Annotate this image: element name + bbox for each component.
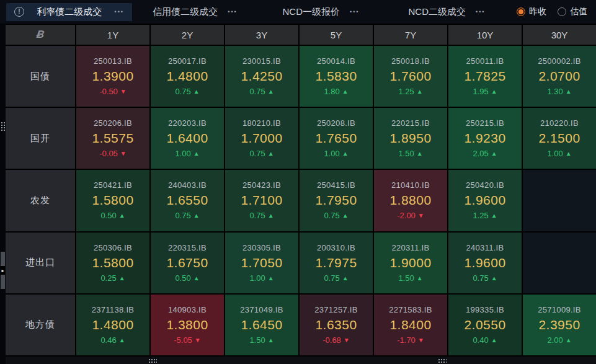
change-value: 1.50 bbox=[398, 273, 414, 283]
bond-yield: 2.3950 bbox=[538, 317, 580, 332]
bond-yield: 2.1500 bbox=[538, 131, 580, 146]
up-arrow-icon: ▲ bbox=[268, 88, 274, 95]
bond-cell[interactable]: 180210.IB1.70000.75▲ bbox=[225, 108, 298, 169]
change-value: 0.40 bbox=[473, 335, 488, 345]
bond-code: 220203.IB bbox=[168, 118, 207, 128]
bond-cell[interactable]: 250423.IB1.71000.75▲ bbox=[225, 170, 298, 231]
bond-cell[interactable]: 240311.IB1.96000.75▲ bbox=[448, 233, 522, 293]
change-value: 0.46 bbox=[100, 335, 116, 345]
bond-cell[interactable]: 250011.IB1.78251.95▲ bbox=[448, 46, 522, 107]
bond-code: 2271583.IB bbox=[389, 305, 432, 314]
change-value: -0.50 bbox=[99, 87, 118, 96]
up-arrow-icon: ▲ bbox=[193, 150, 200, 157]
tab-credit-bond-trades[interactable]: 信用债二级成交 ••• bbox=[132, 3, 258, 21]
bond-change: 0.75▲ bbox=[324, 211, 348, 220]
bond-code: 250208.IB bbox=[317, 118, 355, 128]
bond-code: 250013.IB bbox=[94, 56, 132, 66]
tab-label: NCD一级报价 bbox=[283, 6, 340, 18]
bond-change: -2.00▼ bbox=[397, 211, 424, 220]
bond-cell[interactable]: 140903.IB1.3800-5.05▼ bbox=[151, 295, 224, 355]
bond-cell[interactable]: 230305.IB1.70501.00▲ bbox=[225, 233, 298, 293]
bond-change: 0.50▲ bbox=[175, 273, 199, 283]
bond-change: 1.00▲ bbox=[547, 149, 571, 158]
up-arrow-icon: ▲ bbox=[491, 275, 497, 282]
bond-yield: 1.8950 bbox=[389, 131, 431, 146]
bond-cell[interactable]: 220215.IB1.89501.50▲ bbox=[374, 108, 447, 169]
bond-code: 2371257.IB bbox=[314, 305, 358, 314]
bond-change: 2.05▲ bbox=[473, 149, 497, 158]
change-value: 0.75 bbox=[249, 211, 265, 220]
bond-code: 210410.IB bbox=[391, 180, 430, 190]
splitter-grip[interactable] bbox=[1, 122, 5, 132]
row-label: 进出口 bbox=[6, 233, 75, 293]
up-arrow-icon: ▲ bbox=[417, 150, 423, 157]
bond-change: 0.75▲ bbox=[249, 211, 274, 220]
bond-cell[interactable]: 199335.IB2.05500.40▲ bbox=[448, 295, 522, 355]
bond-cell[interactable]: 250013.IB1.3900-0.50▼ bbox=[76, 46, 149, 107]
up-arrow-icon: ▲ bbox=[417, 88, 423, 95]
bond-cell[interactable]: 240403.IB1.65500.75▲ bbox=[151, 170, 224, 231]
bond-cell[interactable]: 220315.IB1.67500.50▲ bbox=[151, 233, 224, 293]
more-menu-icon[interactable]: ••• bbox=[115, 9, 124, 15]
bond-code: 210220.IB bbox=[540, 118, 579, 128]
bond-cell[interactable]: 250215.IB1.92302.05▲ bbox=[448, 108, 522, 169]
tab-ncd-secondary-trades[interactable]: NCD二级成交 ••• bbox=[384, 3, 510, 21]
bond-cell[interactable]: 2500002.IB2.07001.30▲ bbox=[523, 46, 596, 107]
bond-change: 0.75▲ bbox=[249, 149, 274, 158]
bond-code: 250011.IB bbox=[466, 56, 504, 66]
radio-prev-close[interactable]: 昨收 bbox=[517, 6, 546, 17]
change-value: 1.50 bbox=[398, 149, 414, 158]
bond-yield: 1.6350 bbox=[315, 317, 357, 332]
splitter-grip[interactable] bbox=[148, 358, 157, 363]
bond-cell[interactable]: 230015.IB1.42500.75▲ bbox=[225, 46, 298, 107]
bond-yield: 1.7950 bbox=[315, 193, 357, 208]
info-icon[interactable]: ! bbox=[14, 7, 24, 17]
tab-rate-bond-trades[interactable]: ! 利率债二级成交 ••• bbox=[6, 3, 132, 21]
bond-cell[interactable]: 250206.IB1.5575-0.05▼ bbox=[76, 108, 149, 169]
change-value: 0.75 bbox=[175, 87, 190, 96]
bond-cell[interactable]: 250018.IB1.76001.25▲ bbox=[374, 46, 447, 107]
bond-cell[interactable]: 250421.IB1.58000.50▲ bbox=[76, 170, 149, 231]
panel-scrollbar-thumb[interactable]: ▸ bbox=[1, 252, 5, 289]
bond-cell[interactable]: 2271583.IB1.8400-1.70▼ bbox=[374, 295, 447, 355]
bond-change: 2.00▲ bbox=[547, 335, 571, 345]
bond-yield: 1.3900 bbox=[92, 69, 133, 84]
bond-cell[interactable]: 200310.IB1.79750.75▲ bbox=[300, 233, 373, 293]
bond-change: 0.25▲ bbox=[100, 273, 125, 283]
more-menu-icon[interactable]: ••• bbox=[228, 9, 237, 15]
change-value: 1.50 bbox=[249, 335, 265, 345]
expand-panel-icon[interactable]: ▸ bbox=[1, 266, 5, 275]
bond-cell[interactable]: 250208.IB1.76501.00▲ bbox=[300, 108, 373, 169]
change-value: 0.75 bbox=[324, 273, 339, 283]
radio-valuation[interactable]: 估值 bbox=[558, 6, 587, 17]
bond-cell[interactable]: 2371049.IB1.64501.50▲ bbox=[225, 295, 298, 355]
splitter-grip[interactable] bbox=[438, 358, 447, 363]
bond-change: 0.50▲ bbox=[100, 211, 125, 220]
bond-cell[interactable]: 210410.IB1.8800-2.00▼ bbox=[374, 170, 447, 231]
bond-yield: 1.4800 bbox=[92, 317, 133, 332]
bond-change: 0.75▲ bbox=[175, 87, 199, 96]
tab-label: 利率债二级成交 bbox=[37, 6, 102, 18]
bond-cell[interactable]: 2571009.IB2.39502.00▲ bbox=[523, 295, 596, 355]
bond-cell[interactable]: 250415.IB1.79500.75▲ bbox=[300, 170, 373, 231]
bond-cell[interactable]: 250306.IB1.58000.25▲ bbox=[76, 233, 149, 293]
bond-cell[interactable]: 220203.IB1.64001.00▲ bbox=[151, 108, 224, 169]
bond-cell[interactable]: 2371257.IB1.6350-0.68▼ bbox=[300, 295, 373, 355]
bond-cell[interactable]: 210220.IB2.15001.00▲ bbox=[523, 108, 596, 169]
column-header-1y: 1Y bbox=[76, 25, 149, 45]
more-menu-icon[interactable]: ••• bbox=[350, 9, 359, 15]
trading-terminal: ! 利率债二级成交 ••• 信用债二级成交 ••• NCD一级报价 ••• NC… bbox=[0, 0, 596, 364]
change-value: 1.00 bbox=[324, 149, 339, 158]
tab-ncd-primary-quotes[interactable]: NCD一级报价 ••• bbox=[258, 3, 384, 21]
bond-code: 250423.IB bbox=[242, 180, 281, 190]
change-value: -5.05 bbox=[174, 335, 192, 345]
bond-yield: 1.6750 bbox=[166, 255, 208, 270]
bond-cell[interactable]: 250420.IB1.96001.25▲ bbox=[448, 170, 522, 231]
bond-cell[interactable]: 220311.IB1.90001.50▲ bbox=[374, 233, 447, 293]
more-menu-icon[interactable]: ••• bbox=[476, 9, 485, 15]
bond-change: -0.68▼ bbox=[322, 335, 350, 345]
bond-cell[interactable]: 250017.IB1.48000.75▲ bbox=[151, 46, 224, 107]
up-arrow-icon: ▲ bbox=[566, 88, 572, 95]
bond-cell[interactable]: 250014.IB1.58301.80▲ bbox=[300, 46, 373, 107]
bond-cell[interactable]: 2371138.IB1.48000.46▲ bbox=[76, 295, 149, 355]
